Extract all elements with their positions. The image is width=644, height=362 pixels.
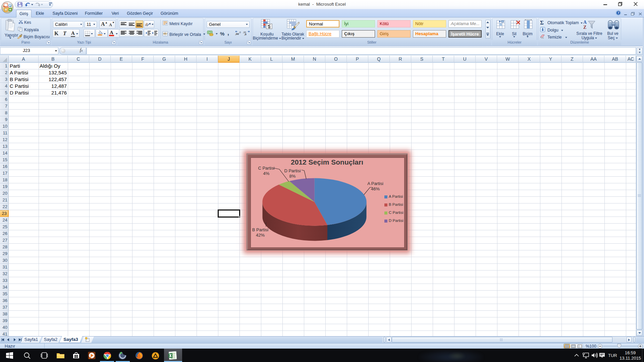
svg-text:,00: ,00 bbox=[235, 33, 239, 36]
svg-text:A: A bbox=[583, 20, 587, 25]
svg-text:Z: Z bbox=[583, 25, 586, 30]
svg-text:a: a bbox=[164, 32, 166, 35]
svg-text:,0: ,0 bbox=[244, 33, 247, 36]
svg-text:?: ? bbox=[618, 11, 619, 15]
svg-text:,0: ,0 bbox=[239, 31, 241, 34]
